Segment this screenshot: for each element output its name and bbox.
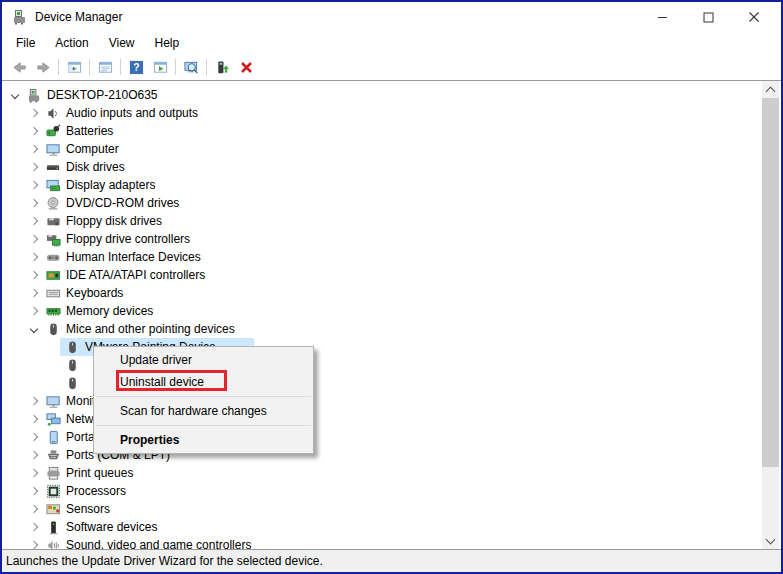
computer-root-icon [27, 88, 42, 103]
update-driver-icon[interactable] [210, 56, 234, 79]
menu-bar: FileActionViewHelp [2, 32, 781, 54]
tree-item[interactable]: Human Interface Devices [2, 248, 763, 266]
toolbar-separator [58, 59, 59, 75]
uninstall-icon[interactable] [234, 56, 258, 79]
chevron-right-icon[interactable] [27, 538, 41, 549]
menu-file[interactable]: File [6, 32, 45, 54]
chevron-right-icon[interactable] [27, 142, 41, 156]
floppy-ctrl-icon [46, 232, 61, 247]
scrollbar-thumb[interactable] [762, 98, 779, 467]
action-pane-icon[interactable] [148, 56, 172, 79]
tree-item-label: Memory devices [66, 302, 153, 320]
maximize-icon[interactable] [685, 2, 731, 32]
chevron-right-icon[interactable] [27, 196, 41, 210]
chevron-right-icon[interactable] [27, 286, 41, 300]
tree-item-label: Software devices [66, 518, 157, 536]
portable-icon [46, 430, 61, 445]
chevron-right-icon[interactable] [27, 484, 41, 498]
chevron-right-icon[interactable] [27, 502, 41, 516]
sensors-icon [46, 502, 61, 517]
tree-item[interactable]: Display adapters [2, 176, 763, 194]
chevron-right-icon[interactable] [27, 250, 41, 264]
mouse-icon [65, 340, 80, 355]
tree-item-label: Sound, video and game controllers [66, 536, 251, 549]
chevron-right-icon[interactable] [27, 466, 41, 480]
context-menu-item-properties[interactable]: Properties [94, 429, 313, 451]
window-props-icon[interactable] [93, 56, 117, 79]
annotation-red-box [116, 370, 227, 391]
scroll-down-icon[interactable] [762, 532, 779, 549]
chevron-right-icon [46, 358, 60, 372]
tree-item[interactable]: Sensors [2, 500, 763, 518]
forward-icon[interactable] [31, 56, 55, 79]
toolbar-separator [89, 59, 90, 75]
chevron-right-icon[interactable] [27, 214, 41, 228]
toolbar-separator [206, 59, 207, 75]
context-menu-separator [96, 396, 311, 397]
floppy-icon [46, 214, 61, 229]
tree-item[interactable]: Memory devices [2, 302, 763, 320]
tree-item[interactable]: Floppy disk drives [2, 212, 763, 230]
chevron-down-icon[interactable] [27, 322, 41, 336]
chevron-right-icon[interactable] [27, 160, 41, 174]
tree-item-label: Display adapters [66, 176, 155, 194]
tree-item[interactable]: Audio inputs and outputs [2, 104, 763, 122]
tree-item[interactable]: Batteries [2, 122, 763, 140]
device-tree-panel: DESKTOP-210O635Audio inputs and outputsB… [2, 81, 781, 549]
menu-view[interactable]: View [99, 32, 145, 54]
chevron-right-icon[interactable] [27, 520, 41, 534]
tree-item[interactable]: Keyboards [2, 284, 763, 302]
chevron-right-icon[interactable] [27, 268, 41, 282]
chevron-right-icon[interactable] [27, 106, 41, 120]
mouse-icon [65, 376, 80, 391]
audio-icon [46, 106, 61, 121]
svg-text:?: ? [133, 62, 139, 73]
tree-item[interactable]: Processors [2, 482, 763, 500]
tree-item-label: Mice and other pointing devices [66, 320, 235, 338]
dvd-icon [46, 196, 61, 211]
tree-item-label: Computer [66, 140, 119, 158]
vertical-scrollbar[interactable] [762, 81, 779, 549]
keyboard-icon [46, 286, 61, 301]
close-icon[interactable] [731, 2, 777, 32]
tree-item[interactable]: DVD/CD-ROM drives [2, 194, 763, 212]
status-bar: Launches the Update Driver Wizard for th… [2, 549, 781, 572]
display-icon [46, 178, 61, 193]
help-icon[interactable]: ? [124, 56, 148, 79]
menu-action[interactable]: Action [45, 32, 98, 54]
menu-help[interactable]: Help [145, 32, 190, 54]
chevron-right-icon[interactable] [27, 178, 41, 192]
tree-item[interactable]: IDE ATA/ATAPI controllers [2, 266, 763, 284]
chevron-right-icon[interactable] [27, 448, 41, 462]
chevron-right-icon[interactable] [27, 232, 41, 246]
tree-item[interactable]: DESKTOP-210O635 [2, 86, 763, 104]
chevron-right-icon[interactable] [27, 124, 41, 138]
tree-item[interactable]: Sound, video and game controllers [2, 536, 763, 549]
tree-item[interactable]: Mice and other pointing devices [2, 320, 763, 338]
chevron-right-icon[interactable] [27, 412, 41, 426]
back-icon[interactable] [7, 56, 31, 79]
device-manager-window: Device Manager FileActionViewHelp ? DESK… [0, 0, 783, 574]
context-menu-item-scan-for-hardware-changes[interactable]: Scan for hardware changes [94, 400, 313, 422]
minimize-icon[interactable] [639, 2, 685, 32]
tree-item[interactable]: Software devices [2, 518, 763, 536]
tree-item[interactable]: Computer [2, 140, 763, 158]
device-manager-icon [12, 9, 28, 25]
context-menu-item-update-driver[interactable]: Update driver [94, 349, 313, 371]
chevron-right-icon[interactable] [27, 394, 41, 408]
tree-item[interactable]: Disk drives [2, 158, 763, 176]
chevron-down-icon[interactable] [8, 88, 22, 102]
tree-item-label: Floppy disk drives [66, 212, 162, 230]
hid-icon [46, 250, 61, 265]
scroll-up-icon[interactable] [762, 81, 779, 98]
tree-item[interactable]: Floppy drive controllers [2, 230, 763, 248]
scan-icon[interactable] [179, 56, 203, 79]
tree-item[interactable]: Print queues [2, 464, 763, 482]
console-tree-icon[interactable] [62, 56, 86, 79]
ports-icon [46, 448, 61, 463]
disk-icon [46, 160, 61, 175]
chevron-right-icon[interactable] [27, 430, 41, 444]
tree-item-label: Batteries [66, 122, 113, 140]
tree-item-label: Human Interface Devices [66, 248, 201, 266]
chevron-right-icon[interactable] [27, 304, 41, 318]
